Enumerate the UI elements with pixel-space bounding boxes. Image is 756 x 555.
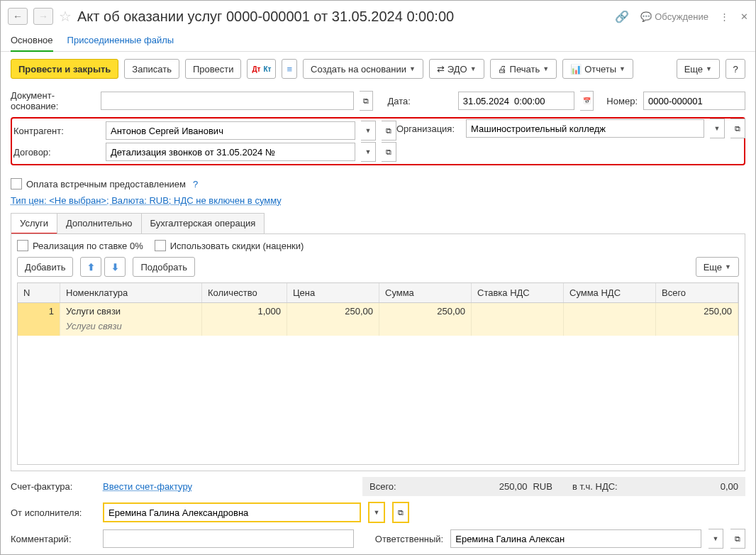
cell-sum[interactable]: 250,00 <box>379 303 472 319</box>
col-total[interactable]: Всего <box>656 283 738 302</box>
col-nomenclature[interactable]: Номенклатура <box>60 283 202 302</box>
price-type-link[interactable]: Тип цен: <Не выбран>; Валюта: RUB; НДС н… <box>1 192 755 209</box>
counterparty-input[interactable] <box>106 121 355 140</box>
link-icon[interactable]: 🔗 <box>615 10 629 23</box>
responsible-open-button[interactable]: ⧉ <box>730 529 745 549</box>
counterparty-open-button[interactable]: ⧉ <box>382 121 396 141</box>
discussion-label: Обсуждение <box>655 11 708 22</box>
pick-button[interactable]: Подобрать <box>133 257 194 277</box>
cell-vat-rate[interactable] <box>472 303 564 319</box>
from-executor-open-button[interactable]: ⧉ <box>392 502 409 523</box>
list-icon-button[interactable]: ≡ <box>282 59 297 79</box>
responsible-label: Ответственный: <box>375 534 443 544</box>
comment-input[interactable] <box>103 529 354 548</box>
add-row-button[interactable]: Добавить <box>17 257 73 277</box>
dt-kt-button[interactable]: ДтКт <box>247 59 276 79</box>
use-discounts-checkbox[interactable] <box>155 240 166 251</box>
responsible-input[interactable] <box>450 529 701 548</box>
table-row[interactable]: 1 Услуги связи 1,000 250,00 250,00 250,0… <box>18 303 738 319</box>
col-price[interactable]: Цена <box>287 283 379 302</box>
help-button[interactable]: ? <box>726 59 745 79</box>
edo-label: ЭДО <box>448 64 467 75</box>
kebab-menu-icon[interactable]: ⋮ <box>720 11 729 22</box>
grid-more-label: Еще <box>704 262 722 273</box>
printer-icon: 🖨 <box>498 64 507 75</box>
col-vat-rate[interactable]: Ставка НДС <box>472 283 564 302</box>
col-n[interactable]: N <box>18 283 60 302</box>
enter-invoice-link[interactable]: Ввести счет-фактуру <box>103 481 192 492</box>
help-hint-icon[interactable]: ? <box>193 179 198 189</box>
zero-rate-label: Реализация по ставке 0% <box>33 241 143 251</box>
doc-base-input[interactable] <box>101 92 354 110</box>
col-quantity[interactable]: Количество <box>202 283 287 302</box>
doc-base-open-button[interactable]: ⧉ <box>360 91 374 111</box>
cell-price[interactable]: 250,00 <box>287 303 379 319</box>
favorite-star-icon[interactable]: ☆ <box>59 9 72 23</box>
reports-label: Отчеты <box>584 64 616 75</box>
cell-nomenclature-sub: Услуги связи <box>60 319 202 336</box>
counter-payment-checkbox[interactable] <box>11 178 22 189</box>
col-vat-sum[interactable]: Сумма НДС <box>564 283 656 302</box>
from-executor-dropdown-button[interactable]: ▼ <box>368 502 385 523</box>
date-calendar-button[interactable]: 📅 <box>580 91 594 111</box>
from-executor-label: От исполнителя: <box>11 507 96 518</box>
create-based-label: Создать на основании <box>311 64 406 75</box>
post-button[interactable]: Провести <box>185 59 242 79</box>
save-button[interactable]: Записать <box>124 59 179 79</box>
invoice-label: Счет-фактура: <box>11 481 96 492</box>
date-label: Дата: <box>387 96 411 106</box>
zero-rate-checkbox[interactable] <box>17 240 28 251</box>
nav-back-button[interactable]: ← <box>8 8 28 25</box>
grid-more-button[interactable]: Еще▼ <box>696 257 739 277</box>
responsible-dropdown-button[interactable]: ▼ <box>708 529 723 549</box>
discussion-button[interactable]: 💬 Обсуждение <box>640 11 708 22</box>
currency-label: RUB <box>533 481 552 492</box>
chart-icon: 📊 <box>570 64 582 75</box>
edo-icon: ⇄ <box>437 64 445 75</box>
close-icon[interactable]: ✕ <box>740 11 748 22</box>
move-down-button[interactable]: ⬇ <box>104 257 126 277</box>
cell-nomenclature[interactable]: Услуги связи <box>60 303 202 319</box>
contract-label: Договор: <box>13 147 100 158</box>
counter-payment-label: Оплата встречным предоставлением <box>26 179 186 189</box>
use-discounts-label: Использовать скидки (наценки) <box>170 241 304 251</box>
total-value: 250,00 <box>499 481 528 492</box>
subtab-services[interactable]: Услуги <box>11 214 57 234</box>
services-grid[interactable]: N Номенклатура Количество Цена Сумма Ста… <box>17 282 739 465</box>
subtab-additional[interactable]: Дополнительно <box>57 214 142 233</box>
org-dropdown-button[interactable]: ▼ <box>710 119 725 138</box>
counterparty-dropdown-button[interactable]: ▼ <box>361 121 376 141</box>
page-title: Акт об оказании услуг 0000-000001 от 31.… <box>77 9 609 25</box>
chat-icon: 💬 <box>640 11 652 22</box>
org-input[interactable] <box>466 119 704 138</box>
col-sum[interactable]: Сумма <box>379 283 472 302</box>
post-and-close-button[interactable]: Провести и закрыть <box>11 59 118 79</box>
contract-open-button[interactable]: ⧉ <box>382 142 396 162</box>
more-label: Еще <box>684 64 703 75</box>
cell-quantity[interactable]: 1,000 <box>202 303 287 319</box>
date-input[interactable] <box>458 92 574 110</box>
comment-label: Комментарий: <box>11 534 96 544</box>
more-button[interactable]: Еще▼ <box>677 59 720 79</box>
create-based-button[interactable]: Создать на основании▼ <box>303 59 423 79</box>
total-label: Всего: <box>369 481 396 492</box>
number-input[interactable] <box>643 92 745 110</box>
from-executor-input[interactable] <box>103 502 361 522</box>
print-label: Печать <box>510 64 540 75</box>
contract-dropdown-button[interactable]: ▼ <box>361 142 376 162</box>
cell-n[interactable]: 1 <box>18 303 60 319</box>
reports-button[interactable]: 📊Отчеты▼ <box>562 59 633 79</box>
table-row-sub: Услуги связи <box>18 319 738 336</box>
move-up-button[interactable]: ⬆ <box>80 257 101 277</box>
tab-attached-files[interactable]: Присоединенные файлы <box>67 31 174 51</box>
contract-input[interactable] <box>106 143 355 161</box>
subtab-accounting[interactable]: Бухгалтерская операция <box>142 214 265 233</box>
edo-button[interactable]: ⇄ЭДО▼ <box>429 59 484 79</box>
tab-main[interactable]: Основное <box>11 31 53 51</box>
nav-forward-button[interactable]: → <box>33 8 53 25</box>
org-open-button[interactable]: ⧉ <box>730 119 745 138</box>
print-button[interactable]: 🖨Печать▼ <box>490 59 557 79</box>
cell-vat-sum[interactable] <box>564 303 656 319</box>
cell-total[interactable]: 250,00 <box>656 303 738 319</box>
org-label: Организация: <box>396 123 460 134</box>
